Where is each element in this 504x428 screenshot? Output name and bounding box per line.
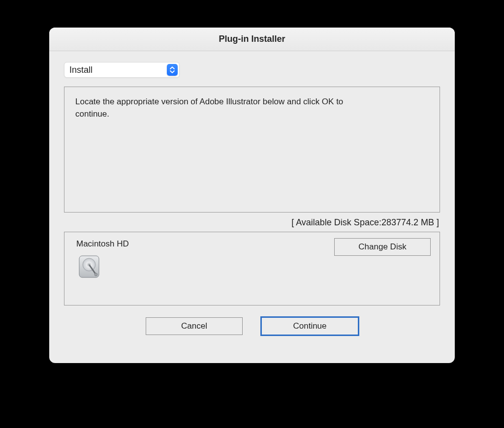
hard-drive-icon: [76, 254, 102, 279]
svg-point-3: [94, 273, 97, 276]
svg-point-4: [89, 264, 90, 265]
cancel-button[interactable]: Cancel: [146, 317, 243, 335]
installer-window: Plug-in Installer Install Locate the app…: [49, 28, 455, 363]
available-disk-space-label: [ Available Disk Space:283774.2 MB ]: [64, 217, 440, 228]
window-title: Plug-in Installer: [219, 34, 285, 44]
button-row: Cancel Continue: [64, 317, 440, 335]
dropdown-selected-label: Install: [69, 65, 93, 75]
window-content: Install Locate the appropriate version o…: [49, 51, 455, 363]
disk-panel: Macintosh HD: [64, 232, 440, 306]
disk-info: Macintosh HD: [76, 239, 129, 279]
action-dropdown[interactable]: Install: [64, 62, 180, 78]
continue-button[interactable]: Continue: [261, 317, 358, 335]
instruction-panel: Locate the appropriate version of Adobe …: [64, 87, 440, 213]
disk-name: Macintosh HD: [76, 239, 129, 249]
instruction-text: Locate the appropriate version of Adobe …: [75, 96, 361, 120]
title-bar: Plug-in Installer: [49, 28, 455, 51]
change-disk-button[interactable]: Change Disk: [334, 238, 431, 256]
dropdown-chevron-icon: [167, 64, 178, 76]
